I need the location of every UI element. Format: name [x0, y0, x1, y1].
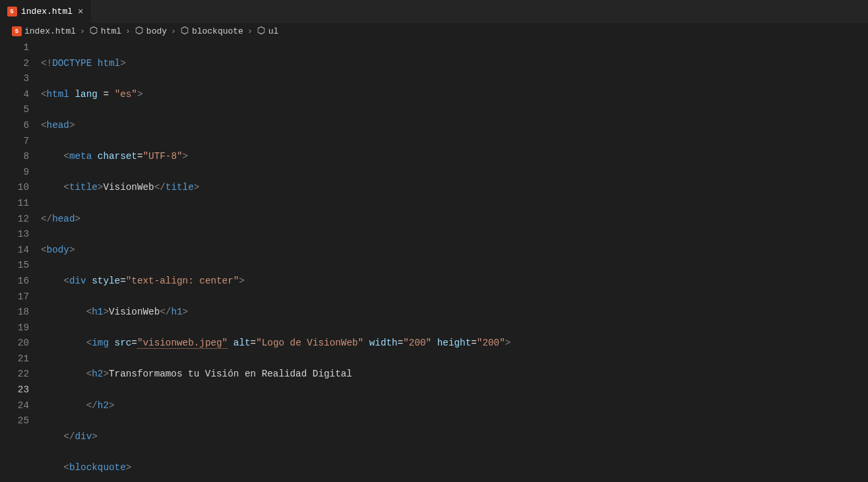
code-line: </head> — [41, 212, 868, 227]
line-gutter: 1234567891011121314151617181920212223242… — [0, 40, 41, 482]
line-number: 21 — [0, 351, 29, 367]
breadcrumb-label: ul — [268, 26, 279, 36]
code-line: <img src="visionweb.jpeg" alt="Logo de V… — [41, 336, 868, 351]
breadcrumbs[interactable]: 5 index.html › html › body › blockquote … — [0, 23, 868, 40]
chevron-right-icon: › — [124, 26, 132, 36]
html5-icon: 5 — [12, 26, 22, 36]
code-line: <head> — [41, 118, 868, 134]
code-line: <meta charset="UTF-8"> — [41, 149, 868, 165]
line-number: 19 — [0, 320, 29, 336]
breadcrumb-label: index.html — [24, 26, 76, 36]
breadcrumb-label: body — [146, 26, 167, 36]
chevron-right-icon: › — [246, 26, 254, 36]
tab-bar: 5 index.html × — [0, 0, 868, 23]
code-area[interactable]: <!DOCTYPE html> <html lang = "es"> <head… — [41, 40, 868, 482]
cube-icon — [135, 26, 144, 38]
code-line: <h1>VisionWeb</h1> — [41, 305, 868, 320]
line-number: 11 — [0, 196, 29, 212]
line-number: 2 — [0, 56, 29, 72]
breadcrumb-file[interactable]: 5 index.html — [12, 26, 76, 36]
breadcrumb-body[interactable]: body — [135, 26, 167, 38]
editor-tab[interactable]: 5 index.html × — [0, 0, 92, 23]
code-editor[interactable]: 1234567891011121314151617181920212223242… — [0, 40, 868, 482]
breadcrumb-label: html — [101, 26, 121, 36]
line-number: 15 — [0, 258, 29, 274]
line-number: 17 — [0, 289, 29, 305]
cube-icon — [89, 26, 98, 38]
line-number: 16 — [0, 274, 29, 289]
line-number: 25 — [0, 413, 29, 429]
chevron-right-icon: › — [78, 26, 86, 36]
code-line: </div> — [41, 429, 868, 445]
line-number: 12 — [0, 212, 29, 227]
code-line: <html lang = "es"> — [41, 87, 868, 103]
breadcrumb-html[interactable]: html — [89, 26, 121, 38]
code-line: </h2> — [41, 398, 868, 414]
line-number: 1 — [0, 40, 29, 56]
line-number: 22 — [0, 367, 29, 382]
code-line: <blockquote> — [41, 460, 868, 476]
line-number: 14 — [0, 243, 29, 258]
code-line: <title>VisionWeb</title> — [41, 180, 868, 196]
close-icon[interactable]: × — [77, 7, 84, 17]
code-line: <div style="text-align: center"> — [41, 274, 868, 289]
line-number: 24 — [0, 398, 29, 414]
tab-filename: index.html — [21, 7, 73, 16]
line-number: 6 — [0, 118, 29, 134]
line-number: 7 — [0, 134, 29, 150]
line-number: 10 — [0, 180, 29, 196]
cube-icon — [180, 26, 189, 38]
line-number: 3 — [0, 71, 29, 87]
line-number: 9 — [0, 165, 29, 181]
breadcrumb-ul[interactable]: ul — [257, 26, 279, 38]
line-number: 4 — [0, 87, 29, 103]
chevron-right-icon: › — [170, 26, 177, 36]
line-number: 23 — [0, 382, 29, 398]
code-line: <!DOCTYPE html> — [41, 56, 868, 72]
breadcrumb-label: blockquote — [192, 26, 243, 36]
breadcrumb-blockquote[interactable]: blockquote — [180, 26, 243, 38]
line-number: 20 — [0, 336, 29, 351]
line-number: 8 — [0, 149, 29, 165]
line-number: 18 — [0, 305, 29, 320]
line-number: 13 — [0, 227, 29, 243]
line-number: 5 — [0, 102, 29, 118]
code-line: <body> — [41, 243, 868, 258]
html5-icon: 5 — [7, 7, 17, 17]
cube-icon — [257, 26, 266, 38]
code-line: <h2>Transformamos tu Visión en Realidad … — [41, 367, 868, 382]
